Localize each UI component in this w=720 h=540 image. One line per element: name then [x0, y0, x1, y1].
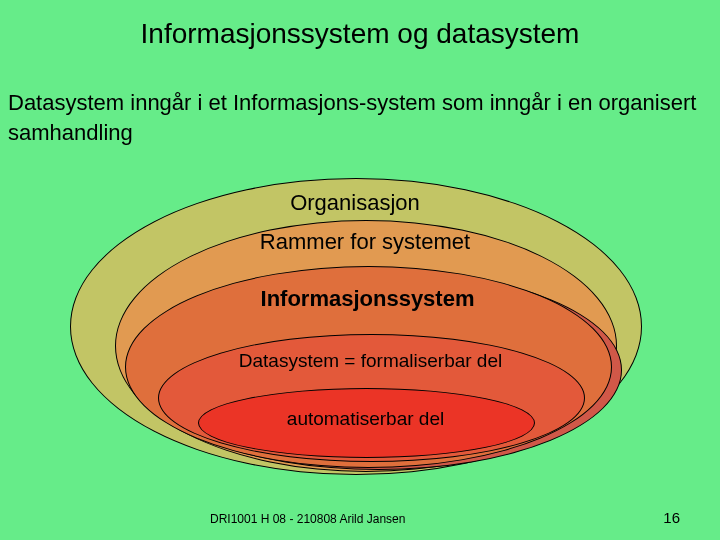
page-subtitle: Datasystem inngår i et Informasjons-syst…	[8, 88, 700, 147]
label-automatiserbar: automatiserbar del	[198, 408, 533, 430]
page-title: Informasjonssystem og datasystem	[0, 18, 720, 50]
label-organisasjon: Organisasjon	[70, 190, 640, 216]
label-informasjonssystem: Informasjonssystem	[125, 286, 610, 312]
label-rammer: Rammer for systemet	[115, 229, 615, 255]
footer-text: DRI1001 H 08 - 210808 Arild Jansen	[210, 512, 405, 526]
label-datasystem: Datasystem = formaliserbar del	[158, 350, 583, 372]
page-number: 16	[663, 509, 680, 526]
